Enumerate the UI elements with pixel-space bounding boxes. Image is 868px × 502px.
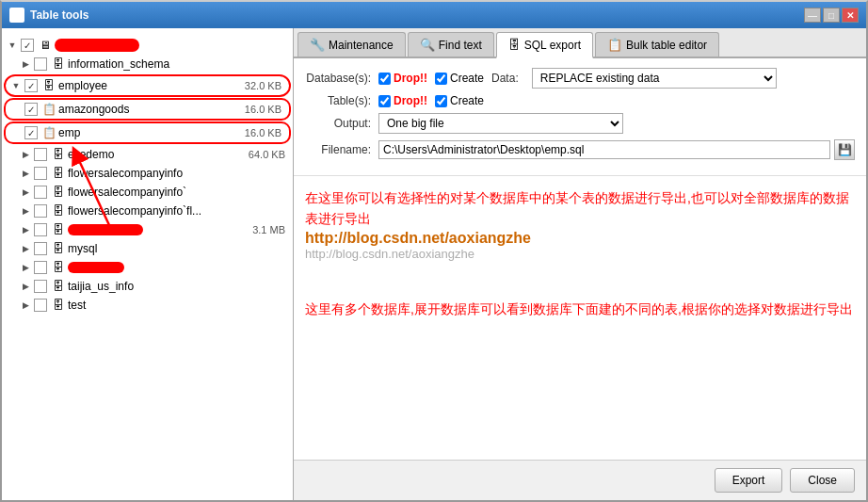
db-icon-reddb2: 🗄 [51, 260, 66, 275]
tree-item-flowersale1[interactable]: 🗄 flowersalecompanyinfo [15, 164, 293, 183]
tab-find-text[interactable]: 🔍 Find text [408, 32, 494, 57]
tree-checkbox-info-schema[interactable] [34, 57, 47, 71]
tree-label-employee: employee [58, 79, 245, 92]
tree-arrow-amazongoods [9, 103, 23, 116]
filename-input-group: 💾 [378, 139, 855, 160]
tree-checkbox-flowersale1[interactable] [34, 167, 47, 180]
tree-item-reddb2[interactable]: 🗄 [15, 258, 293, 277]
tree-checkbox-root[interactable] [21, 39, 34, 52]
tab-bulk-editor[interactable]: 📋 Bulk table editor [595, 32, 719, 57]
tree-checkbox-reddb2[interactable] [34, 261, 47, 274]
tree-checkbox-amazongoods[interactable] [24, 103, 38, 116]
database-checkboxes: Drop!! Create [378, 72, 484, 85]
tree-arrow-exedemo[interactable] [19, 148, 32, 161]
table-drop-label: Drop!! [394, 94, 427, 107]
tree-item-mysql[interactable]: 🗄 mysql [15, 239, 293, 258]
filename-row: Filename: 💾 [305, 139, 855, 160]
tree-label-emp: emp [58, 126, 245, 139]
tree-checkbox-flowersale3[interactable] [34, 204, 47, 218]
db-drop-checkbox[interactable] [378, 73, 391, 85]
close-button-footer[interactable]: Close [790, 468, 855, 493]
tree-item-exedemo[interactable]: 🗄 exedemo 64.0 KB [15, 145, 293, 164]
tree-checkbox-exedemo[interactable] [34, 148, 47, 161]
tab-bar: 🔧 Maintenance 🔍 Find text 🗄 SQL export 📋… [294, 28, 866, 58]
tree-checkbox-test[interactable] [34, 299, 47, 312]
main-window: 🗃 Table tools — □ ✕ 🖥 🗄 information_sche… [0, 0, 868, 502]
tree-checkbox-flowersale2[interactable] [34, 186, 47, 199]
minimize-button[interactable]: — [804, 8, 821, 23]
tree-checkbox-reddb1[interactable] [34, 223, 47, 236]
db-create-checkbox[interactable] [435, 73, 447, 85]
tree-item-root[interactable]: 🖥 [2, 36, 293, 55]
tree-label-flowersale1: flowersalecompanyinfo [68, 167, 289, 180]
tree-item-flowersale3[interactable]: 🗄 flowersalecompanyinfo`fl... [15, 202, 293, 220]
table-create-checkbox[interactable] [435, 95, 447, 107]
tree-arrow-taijia[interactable] [19, 280, 32, 293]
content-area: 在这里你可以有选择性的对某个数据库中的某个表的数据进行导出,也可以对全部数据库的… [294, 176, 866, 460]
table-checkboxes: Drop!! Create [378, 94, 484, 107]
data-select[interactable]: REPLACE existing dataINSERT existing dat… [532, 68, 777, 89]
tree-label-exedemo: exedemo [68, 148, 249, 161]
db-create-label: Create [450, 72, 484, 85]
maintenance-icon: 🔧 [310, 38, 325, 52]
export-button[interactable]: Export [715, 468, 783, 493]
output-select[interactable]: One big fileOne file per tableOne file p… [378, 113, 623, 134]
tab-sqlexport-label: SQL export [524, 39, 581, 52]
sqlexport-icon: 🗄 [508, 38, 521, 52]
tree-arrow-info-schema[interactable] [19, 57, 32, 71]
tree-arrow-test[interactable] [19, 299, 32, 312]
server-icon: 🖥 [38, 38, 53, 53]
db-icon-mysql: 🗄 [51, 241, 66, 256]
tree-item-flowersale2[interactable]: 🗄 flowersalecompanyinfo` [15, 183, 293, 202]
tree-arrow-mysql[interactable] [19, 242, 32, 255]
tree-checkbox-emp[interactable] [24, 126, 38, 139]
tree-checkbox-employee[interactable] [24, 79, 38, 92]
tree-item-employee[interactable]: 🗄 employee 32.0 KB [4, 74, 291, 97]
tab-maintenance[interactable]: 🔧 Maintenance [297, 32, 406, 57]
table-row-form: Table(s): Drop!! Create [305, 94, 855, 107]
content-text-1: 在这里你可以有选择性的对某个数据库中的某个表的数据进行导出,也可以对全部数据库的… [305, 187, 855, 230]
tree-arrow-root[interactable] [6, 39, 19, 52]
tab-maintenance-label: Maintenance [329, 39, 394, 52]
tree-label-test: test [68, 299, 289, 312]
tree-item-test[interactable]: 🗄 test [15, 296, 293, 315]
db-drop-label: Drop!! [394, 72, 427, 85]
tree-label-amazongoods: amazongoods [58, 103, 245, 116]
filename-browse-button[interactable]: 💾 [834, 139, 855, 160]
tree-size-reddb1: 3.1 MB [252, 224, 289, 235]
db-icon-info-schema: 🗄 [51, 57, 66, 72]
tree-item-info-schema[interactable]: 🗄 information_schema [15, 55, 293, 73]
db-icon-exedemo: 🗄 [51, 147, 66, 162]
db-icon-employee: 🗄 [41, 78, 56, 93]
window-title: Table tools [30, 8, 798, 22]
tree-arrow-flowersale2[interactable] [19, 186, 32, 199]
footer: Export Close [294, 460, 866, 500]
filename-input[interactable] [378, 140, 830, 159]
tree-label-flowersale3: flowersalecompanyinfo`fl... [68, 204, 289, 218]
tab-sql-export[interactable]: 🗄 SQL export [496, 32, 593, 58]
tree-size-exedemo: 64.0 KB [249, 149, 289, 160]
tree-label-mysql: mysql [68, 242, 289, 255]
table-create-label: Create [450, 94, 484, 107]
table-drop-item: Drop!! [378, 94, 427, 107]
tree-arrow-reddb2[interactable] [19, 261, 32, 274]
table-drop-checkbox[interactable] [378, 95, 391, 107]
content-url-1[interactable]: http://blog.csdn.net/aoxiangzhe [305, 230, 855, 247]
table-icon-amazongoods: 📋 [41, 102, 56, 117]
tree-arrow-employee[interactable] [9, 79, 23, 92]
database-tree-panel: 🖥 🗄 information_schema 🗄 employee 32.0 K… [2, 28, 294, 500]
tab-findtext-label: Find text [439, 39, 482, 52]
tree-arrow-reddb1[interactable] [19, 223, 32, 236]
tree-checkbox-mysql[interactable] [34, 242, 47, 255]
tree-item-reddb1[interactable]: 🗄 3.1 MB [15, 220, 293, 239]
tree-item-taijia[interactable]: 🗄 taijia_us_info [15, 277, 293, 296]
tree-item-emp[interactable]: 📋 emp 16.0 KB [4, 121, 291, 144]
tree-checkbox-taijia[interactable] [34, 280, 47, 293]
tree-item-amazongoods[interactable]: 📋 amazongoods 16.0 KB [4, 98, 291, 121]
db-icon-taijia: 🗄 [51, 279, 66, 294]
close-button[interactable]: ✕ [842, 8, 859, 23]
tree-arrow-flowersale3[interactable] [19, 204, 32, 218]
main-content: 🖥 🗄 information_schema 🗄 employee 32.0 K… [2, 28, 866, 500]
tree-arrow-flowersale1[interactable] [19, 167, 32, 180]
maximize-button[interactable]: □ [823, 8, 840, 23]
